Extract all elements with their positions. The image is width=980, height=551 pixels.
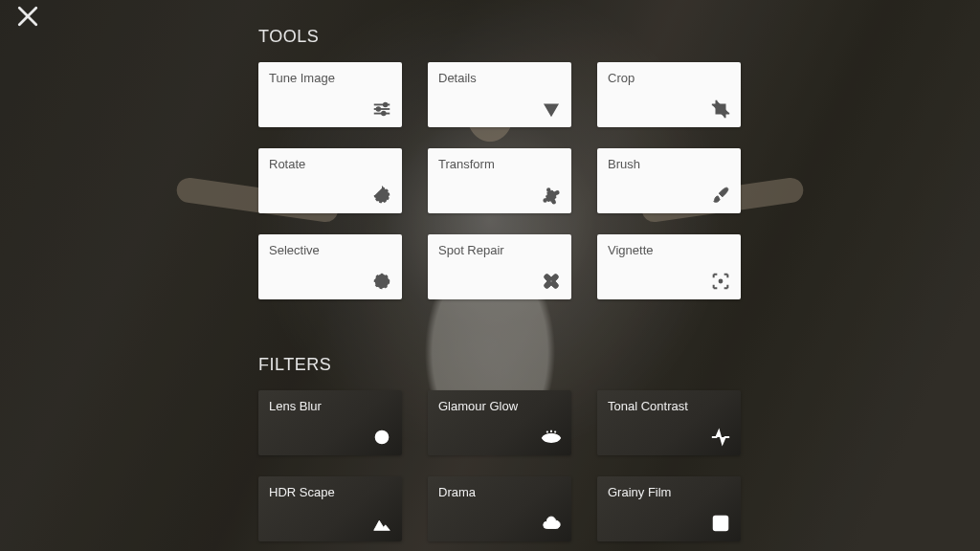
target-icon [371, 427, 392, 448]
filter-label: Drama [438, 485, 476, 499]
svg-point-19 [380, 435, 385, 440]
vignette-icon [710, 271, 731, 292]
sliders-icon [371, 99, 392, 120]
filter-tonal-contrast[interactable]: Tonal Contrast [597, 390, 741, 455]
svg-point-8 [544, 199, 546, 202]
svg-line-21 [546, 431, 547, 433]
svg-point-29 [720, 522, 722, 524]
tool-transform[interactable]: Transform [428, 148, 571, 213]
tool-vignette[interactable]: Vignette [597, 234, 741, 299]
dice-icon [710, 513, 731, 534]
tool-tune-image[interactable]: Tune Image [258, 62, 402, 127]
cloud-icon [541, 513, 562, 534]
mountains-icon [371, 513, 392, 534]
filter-lens-blur[interactable]: Lens Blur [258, 390, 402, 455]
close-icon [13, 2, 42, 31]
svg-point-27 [717, 525, 719, 527]
svg-point-28 [723, 525, 724, 527]
filters-grid: Lens Blur Glamour Glow Tonal Contrast [258, 390, 737, 541]
svg-point-17 [719, 279, 724, 284]
tool-label: Spot Repair [438, 243, 504, 257]
svg-point-26 [723, 519, 724, 521]
tools-heading: TOOLS [258, 27, 737, 47]
brush-icon [710, 185, 731, 206]
pulse-icon [710, 427, 731, 448]
filter-label: Tonal Contrast [608, 399, 688, 413]
tool-label: Brush [608, 157, 640, 171]
svg-point-20 [548, 435, 554, 441]
tool-label: Rotate [269, 157, 305, 171]
svg-point-9 [547, 188, 550, 191]
selective-icon [371, 271, 392, 292]
tool-label: Vignette [608, 243, 653, 257]
eye-icon [541, 427, 562, 448]
svg-point-25 [717, 519, 719, 521]
tool-label: Details [438, 71, 477, 85]
tool-crop[interactable]: Crop [597, 62, 741, 127]
tool-label: Tune Image [269, 71, 335, 85]
svg-point-13 [379, 278, 385, 284]
svg-point-3 [384, 103, 388, 107]
tool-spot-repair[interactable]: Spot Repair [428, 234, 571, 299]
filter-drama[interactable]: Drama [428, 476, 571, 541]
tool-brush[interactable]: Brush [597, 148, 741, 213]
filter-hdr-scape[interactable]: HDR Scape [258, 476, 402, 541]
filters-heading: FILTERS [258, 355, 737, 375]
svg-point-16 [550, 280, 552, 282]
tool-selective[interactable]: Selective [258, 234, 402, 299]
rotate-icon [371, 185, 392, 206]
tool-details[interactable]: Details [428, 62, 571, 127]
filter-label: Glamour Glow [438, 399, 518, 413]
svg-point-10 [556, 191, 559, 194]
close-button[interactable] [13, 2, 42, 31]
filter-label: Lens Blur [269, 399, 322, 413]
transform-icon [541, 185, 562, 206]
tool-label: Transform [438, 157, 495, 171]
tool-rotate[interactable]: Rotate [258, 148, 402, 213]
crop-icon [710, 99, 731, 120]
triangle-down-icon [541, 99, 562, 120]
tools-grid: Tune Image Details Crop [258, 62, 737, 299]
tool-label: Selective [269, 243, 320, 257]
svg-line-23 [555, 431, 556, 433]
svg-point-5 [377, 107, 381, 111]
bandage-icon [541, 271, 562, 292]
filter-label: Grainy Film [608, 485, 671, 499]
filter-glamour-glow[interactable]: Glamour Glow [428, 390, 571, 455]
svg-point-11 [552, 201, 555, 204]
tool-label: Crop [608, 71, 635, 85]
filter-grainy-film[interactable]: Grainy Film [597, 476, 741, 541]
filter-label: HDR Scape [269, 485, 335, 499]
svg-point-7 [382, 112, 386, 116]
